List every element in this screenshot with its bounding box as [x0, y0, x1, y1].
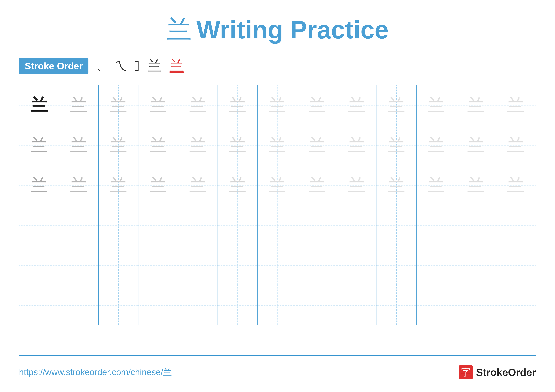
- grid-cell[interactable]: 兰: [416, 86, 456, 125]
- grid-cell[interactable]: 兰: [456, 125, 496, 165]
- grid-cell[interactable]: 兰: [297, 125, 337, 165]
- grid-cell[interactable]: 兰: [377, 125, 416, 165]
- grid-cell[interactable]: [19, 205, 59, 245]
- footer-url: https://www.strokeorder.com/chinese/兰: [19, 366, 172, 378]
- grid-cell[interactable]: [258, 205, 297, 245]
- logo-text: StrokeOrder: [476, 366, 536, 378]
- practice-char: 兰: [507, 137, 525, 154]
- practice-char: 兰: [388, 137, 405, 154]
- grid-cell[interactable]: 兰: [456, 86, 496, 125]
- practice-char: 兰: [467, 137, 485, 154]
- grid-cell[interactable]: [416, 285, 456, 325]
- grid-cell[interactable]: 兰: [139, 86, 178, 125]
- grid-cell[interactable]: [377, 245, 416, 285]
- grid-cell[interactable]: 兰: [297, 86, 337, 125]
- grid-cell[interactable]: 兰: [19, 86, 59, 125]
- grid-cell[interactable]: 兰: [218, 125, 258, 165]
- grid-cell[interactable]: [218, 285, 258, 325]
- grid-cell[interactable]: 兰: [99, 86, 139, 125]
- grid-cell[interactable]: [178, 285, 218, 325]
- grid-cell[interactable]: [456, 245, 496, 285]
- grid-cell[interactable]: 兰: [416, 125, 456, 165]
- grid-cell[interactable]: [258, 245, 297, 285]
- grid-cell[interactable]: [99, 245, 139, 285]
- practice-char: 兰: [229, 97, 246, 114]
- footer: https://www.strokeorder.com/chinese/兰 字 …: [19, 365, 536, 379]
- grid-cell[interactable]: 兰: [59, 125, 99, 165]
- practice-char: 兰: [308, 137, 326, 154]
- title-row: 兰 Writing Practice: [19, 13, 536, 47]
- grid-cell[interactable]: 兰: [456, 165, 496, 205]
- grid-cell[interactable]: 兰: [337, 86, 377, 125]
- practice-char: 兰: [150, 177, 167, 194]
- grid-cell[interactable]: [59, 205, 99, 245]
- grid-cell[interactable]: 兰: [19, 125, 59, 165]
- grid-cell[interactable]: 兰: [19, 165, 59, 205]
- grid-cell[interactable]: 兰: [139, 125, 178, 165]
- grid-cell[interactable]: 兰: [258, 86, 297, 125]
- grid-cell[interactable]: 兰: [496, 86, 536, 125]
- grid-cell[interactable]: [416, 205, 456, 245]
- grid-cell[interactable]: [139, 285, 178, 325]
- grid-cell[interactable]: [416, 245, 456, 285]
- grid-cell[interactable]: [59, 285, 99, 325]
- grid-cell[interactable]: [139, 205, 178, 245]
- grid-cell[interactable]: 兰: [178, 86, 218, 125]
- grid-cell[interactable]: [19, 285, 59, 325]
- grid-cell[interactable]: [496, 245, 536, 285]
- grid-row: 兰兰兰兰兰兰兰兰兰兰兰兰兰: [19, 86, 536, 125]
- practice-char: 兰: [229, 177, 246, 194]
- grid-cell[interactable]: [337, 205, 377, 245]
- practice-char: 兰: [30, 137, 48, 154]
- grid-cell[interactable]: 兰: [496, 125, 536, 165]
- practice-char: 兰: [388, 177, 405, 194]
- grid-cell[interactable]: [337, 245, 377, 285]
- grid-cell[interactable]: 兰: [496, 165, 536, 205]
- grid-cell[interactable]: 兰: [218, 86, 258, 125]
- grid-cell[interactable]: 兰: [258, 125, 297, 165]
- grid-cell[interactable]: [297, 285, 337, 325]
- grid-cell[interactable]: [178, 245, 218, 285]
- grid-cell[interactable]: [496, 205, 536, 245]
- grid-cell[interactable]: [496, 285, 536, 325]
- grid-cell[interactable]: 兰: [297, 165, 337, 205]
- grid-cell[interactable]: [258, 285, 297, 325]
- grid-cell[interactable]: [19, 245, 59, 285]
- grid-cell[interactable]: 兰: [258, 165, 297, 205]
- grid-cell[interactable]: 兰: [99, 125, 139, 165]
- practice-char: 兰: [70, 137, 88, 154]
- grid-cell[interactable]: [456, 205, 496, 245]
- practice-char: 兰: [30, 177, 48, 194]
- grid-cell[interactable]: [99, 285, 139, 325]
- grid-cell[interactable]: 兰: [178, 165, 218, 205]
- grid-cell[interactable]: 兰: [99, 165, 139, 205]
- grid-cell[interactable]: 兰: [337, 125, 377, 165]
- grid-cell[interactable]: 兰: [337, 165, 377, 205]
- grid-cell[interactable]: [377, 205, 416, 245]
- practice-char: 兰: [427, 177, 445, 194]
- grid-cell[interactable]: [337, 285, 377, 325]
- grid-cell[interactable]: [297, 205, 337, 245]
- grid-cell[interactable]: 兰: [59, 165, 99, 205]
- grid-cell[interactable]: 兰: [178, 125, 218, 165]
- grid-cell[interactable]: [456, 285, 496, 325]
- practice-char: 兰: [150, 97, 167, 114]
- grid-cell[interactable]: [377, 285, 416, 325]
- practice-char: 兰: [189, 97, 207, 114]
- grid-row: [19, 285, 536, 325]
- practice-char: 兰: [269, 97, 286, 114]
- grid-cell[interactable]: 兰: [416, 165, 456, 205]
- grid-cell[interactable]: 兰: [377, 165, 416, 205]
- grid-cell[interactable]: [218, 245, 258, 285]
- grid-cell[interactable]: [297, 245, 337, 285]
- grid-cell[interactable]: [178, 205, 218, 245]
- grid-cell[interactable]: 兰: [377, 86, 416, 125]
- grid-cell[interactable]: 兰: [218, 165, 258, 205]
- grid-cell[interactable]: [218, 205, 258, 245]
- grid-cell[interactable]: 兰: [59, 86, 99, 125]
- grid-cell[interactable]: [99, 205, 139, 245]
- grid-cell[interactable]: 兰: [139, 165, 178, 205]
- page: 兰 Writing Practice Stroke Order 、 乀 𠃊 兰 …: [0, 0, 555, 392]
- grid-cell[interactable]: [139, 245, 178, 285]
- grid-cell[interactable]: [59, 245, 99, 285]
